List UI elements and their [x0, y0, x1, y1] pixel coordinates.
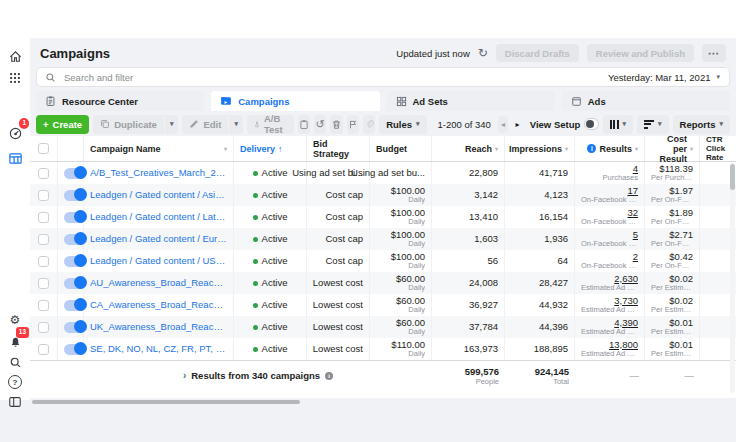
create-button[interactable]: +Create	[36, 115, 89, 134]
export-clipboard-icon[interactable]	[298, 115, 310, 134]
ads-manager-icon[interactable]: 1	[0, 123, 30, 143]
campaign-name-link[interactable]: Leadgen / Gated content / US v1 (AL)	[90, 256, 227, 266]
campaign-name-link[interactable]: SE, DK, NO, NL, CZ, FR, PT, PL, IT_Aware…	[90, 344, 227, 354]
results-link[interactable]: 4,390	[614, 318, 638, 328]
results-link[interactable]: 2	[633, 252, 638, 262]
ad-sets-grid-icon	[396, 96, 407, 107]
home-icon[interactable]	[0, 46, 30, 66]
checkbox-cell	[30, 316, 58, 338]
toggle-cell	[58, 294, 84, 316]
results-link[interactable]: 32	[627, 208, 638, 218]
view-setup-toggle[interactable]	[584, 118, 598, 130]
campaign-active-toggle[interactable]	[64, 278, 86, 289]
campaign-active-toggle[interactable]	[64, 322, 86, 333]
campaign-active-toggle[interactable]	[64, 256, 86, 267]
row-checkbox[interactable]	[38, 234, 49, 245]
row-checkbox[interactable]	[38, 168, 49, 179]
row-checkbox[interactable]	[38, 322, 49, 333]
campaign-name-link[interactable]: CA_Awareness_Broad_Reach_7days	[90, 300, 227, 310]
ctr-cell	[700, 272, 730, 294]
toggle-cell	[58, 206, 84, 228]
review-publish-button[interactable]: Review and Publish	[587, 44, 694, 62]
column-header-ctr[interactable]: CTR Click Rate	[700, 136, 730, 161]
column-header-results[interactable]: iResults▾	[575, 136, 645, 161]
results-link[interactable]: 4	[633, 164, 638, 174]
flag-icon[interactable]	[347, 115, 359, 134]
delivery-cell: Active	[234, 184, 307, 206]
next-page-button[interactable]: ▸	[512, 116, 522, 133]
column-header-budget[interactable]: Budget	[370, 136, 432, 161]
refresh-icon[interactable]: ↻	[478, 47, 488, 59]
duplicate-button[interactable]: Duplicate	[93, 115, 164, 134]
help-icon[interactable]: ?	[0, 372, 30, 392]
ab-test-button[interactable]: A/B Test	[247, 115, 294, 134]
undo-icon[interactable]: ↺	[314, 115, 326, 134]
campaign-name-link[interactable]: UK_Awareness_Broad_Reach_7days	[90, 322, 227, 332]
campaigns-table-icon[interactable]	[0, 148, 30, 168]
row-checkbox[interactable]	[38, 344, 49, 355]
campaign-active-toggle[interactable]	[64, 168, 86, 179]
sidebar-search-icon[interactable]	[0, 352, 30, 372]
row-checkbox[interactable]	[38, 278, 49, 289]
campaign-name-cell: CA_Awareness_Broad_Reach_7days	[84, 294, 234, 316]
results-link[interactable]: 3,730	[614, 296, 638, 306]
results-link[interactable]: 13,800	[609, 340, 638, 350]
campaign-name-link[interactable]: AU_Awareness_Broad_Reach_7days	[90, 278, 227, 288]
columns-button[interactable]: ▾	[603, 115, 634, 134]
column-header-impressions[interactable]: Impressions▾	[505, 136, 575, 161]
info-icon: i	[325, 372, 333, 380]
row-checkbox[interactable]	[38, 190, 49, 201]
collapse-sidebar-icon[interactable]	[0, 392, 30, 412]
search-field[interactable]	[37, 71, 599, 84]
column-header-delivery[interactable]: Delivery↑	[234, 136, 307, 161]
column-header-reach[interactable]: Reach▾	[432, 136, 505, 161]
tab-ads[interactable]: Ads	[562, 91, 730, 111]
more-options-button[interactable]: ⋯	[702, 44, 726, 62]
results-link[interactable]: 17	[627, 186, 638, 196]
campaign-name-link[interactable]: Leadgen / Gated content / Europe-25 v1 (…	[90, 234, 227, 244]
apps-grid-icon[interactable]	[0, 68, 30, 88]
notifications-bell-icon[interactable]: 13	[0, 332, 30, 352]
campaign-active-toggle[interactable]	[64, 190, 86, 201]
tab-resource-center[interactable]: Resource Center	[36, 91, 204, 111]
column-header-cost-per-result[interactable]: Cost per Result▾	[645, 136, 700, 161]
summary-label[interactable]: › Results from 340 campaigns i	[84, 361, 432, 390]
reports-button[interactable]: Reports▾	[673, 115, 730, 134]
results-link[interactable]: 5	[633, 230, 638, 240]
search-bar: Yesterday: Mar 11, 2021 ▾	[36, 67, 730, 87]
discard-drafts-button[interactable]: Discard Drafts	[496, 44, 579, 62]
row-checkbox[interactable]	[38, 212, 49, 223]
campaign-active-toggle[interactable]	[64, 300, 86, 311]
prev-page-button[interactable]: ◂	[498, 116, 508, 133]
column-header-name[interactable]: Campaign Name▾	[84, 136, 234, 161]
search-input[interactable]	[62, 71, 599, 84]
horizontal-scrollbar[interactable]	[32, 400, 732, 404]
delivery-status: Active	[262, 344, 288, 354]
campaign-name-link[interactable]: Leadgen / Gated content / Asia-8 v1 (AL)	[90, 190, 227, 200]
edit-button[interactable]: Edit	[182, 115, 228, 134]
vertical-scrollbar[interactable]	[730, 163, 735, 393]
results-link[interactable]: 2,630	[614, 274, 638, 284]
delivery-status: Active	[262, 300, 288, 310]
column-header-bid-strategy[interactable]: Bid Strategy	[307, 136, 370, 161]
row-checkbox[interactable]	[38, 256, 49, 267]
tab-label: Campaigns	[238, 96, 289, 107]
select-all-checkbox[interactable]	[38, 143, 49, 154]
tab-campaigns[interactable]: Campaigns	[211, 91, 379, 111]
duplicate-caret-button[interactable]: ▾	[165, 115, 179, 134]
campaign-name-link[interactable]: A/B_Test_Creatives_March_2021_US_Broad_.…	[90, 168, 227, 178]
campaign-active-toggle[interactable]	[64, 344, 86, 355]
date-range-label: Yesterday: Mar 11, 2021	[608, 72, 710, 83]
edit-caret-button[interactable]: ▾	[229, 115, 243, 134]
rules-button[interactable]: Rules▾	[379, 115, 426, 134]
paperclip-icon[interactable]	[363, 115, 375, 134]
delete-trash-icon[interactable]	[330, 115, 342, 134]
date-range-selector[interactable]: Yesterday: Mar 11, 2021 ▾	[599, 72, 729, 83]
campaign-active-toggle[interactable]	[64, 212, 86, 223]
breakdown-button[interactable]: ▾	[637, 115, 669, 134]
campaign-active-toggle[interactable]	[64, 234, 86, 245]
campaign-name-link[interactable]: Leadgen / Gated content / Latin-7 v1 (AL…	[90, 212, 227, 222]
row-checkbox[interactable]	[38, 300, 49, 311]
tab-ad-sets[interactable]: Ad Sets	[387, 91, 555, 111]
campaign-row: CA_Awareness_Broad_Reach_7days Active Lo…	[30, 294, 736, 316]
